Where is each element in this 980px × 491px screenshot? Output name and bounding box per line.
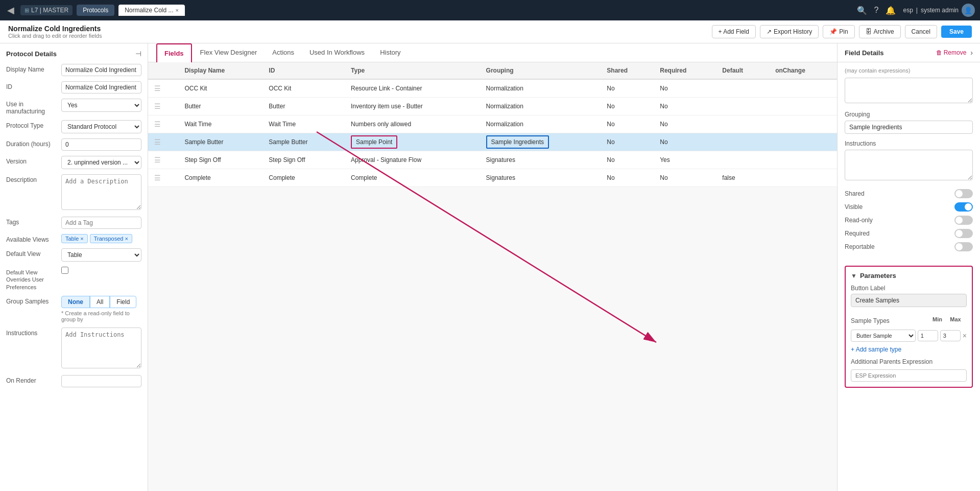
archive-button[interactable]: 🗄 Archive [859, 25, 901, 38]
archive-icon: 🗄 [866, 28, 872, 35]
grouping-label: Grouping [845, 111, 973, 118]
visible-label: Visible [845, 203, 863, 211]
table-row[interactable]: ☰ Step Sign Off Step Sign Off Approval -… [148, 151, 837, 169]
avatar[interactable]: 👤 [962, 4, 975, 17]
table-row[interactable]: ☰ Complete Complete Complete Signatures … [148, 169, 837, 187]
tab-fields[interactable]: Fields [156, 43, 192, 62]
remove-button[interactable]: 🗑 Remove [936, 49, 967, 56]
protocol-type-select[interactable]: Standard Protocol Other [61, 120, 141, 133]
shared-toggle-row: Shared [845, 189, 973, 198]
add-field-button[interactable]: + Add Field [712, 25, 756, 38]
on-render-input[interactable] [61, 375, 141, 387]
drag-handle[interactable]: ☰ [148, 79, 178, 98]
center-panel: Fields Flex View Designer Actions Used I… [148, 43, 837, 491]
cell-shared: No [601, 115, 654, 133]
instructions-label: Instructions [6, 328, 57, 337]
reportable-toggle[interactable] [954, 242, 973, 251]
group-samples-field[interactable]: Field [110, 296, 136, 308]
description-textarea[interactable] [61, 174, 141, 210]
page-title: Normalize Cold Ingredients [8, 25, 102, 33]
version-select[interactable]: 2. unpinned version ... 1. pinned versio… [61, 156, 141, 169]
top-bar-right: 🔍 ? 🔔 esp | system admin 👤 [857, 4, 975, 17]
duration-input[interactable] [61, 138, 141, 151]
cell-type: Inventory item use - Butter [345, 98, 480, 115]
add-sample-type-button[interactable]: + Add sample type [851, 346, 901, 353]
save-button[interactable]: Save [941, 26, 972, 38]
panel-title: Protocol Details [6, 50, 57, 58]
duration-value [61, 138, 141, 151]
remove-table-view[interactable]: × [80, 236, 83, 242]
help-icon[interactable]: ? [874, 6, 879, 15]
tab-used-in-workflows[interactable]: Used In Workflows [302, 43, 372, 62]
bell-icon[interactable]: 🔔 [886, 6, 896, 15]
th-type: Type [345, 62, 480, 79]
required-toggle[interactable] [954, 229, 973, 238]
table-row[interactable]: ☰ Butter Butter Inventory item use - But… [148, 98, 837, 115]
search-icon[interactable]: 🔍 [857, 6, 867, 15]
drag-handle[interactable]: ☰ [148, 169, 178, 187]
cell-default [716, 79, 769, 98]
default-view-overrides-check[interactable] [61, 267, 68, 274]
left-panel: Protocol Details ⊣ Display Name ID Use i… [0, 43, 148, 491]
default-view-value: Table Transposed [61, 248, 141, 262]
tags-input[interactable] [61, 217, 141, 229]
group-samples-label: Group Samples [6, 296, 57, 305]
group-samples-none[interactable]: None [61, 296, 90, 308]
sample-types-header: Sample Types Min Max [851, 312, 967, 326]
default-view-select[interactable]: Table Transposed [61, 248, 141, 262]
grouping-input[interactable] [845, 121, 973, 134]
drag-handle[interactable]: ☰ [148, 133, 178, 151]
collapse-button[interactable]: ⊣ [135, 50, 141, 58]
button-label-input[interactable] [851, 294, 967, 307]
group-samples-all[interactable]: All [90, 296, 110, 308]
drag-handle[interactable]: ☰ [148, 98, 178, 115]
export-history-button[interactable]: ↗ Export History [760, 25, 819, 38]
display-name-value [61, 64, 141, 76]
cell-type: Resource Link - Container [345, 79, 480, 98]
sample-type-min-input[interactable] [918, 330, 938, 341]
readonly-toggle[interactable] [954, 216, 973, 225]
tab-flex-view-designer[interactable]: Flex View Designer [193, 43, 265, 62]
use-in-mfg-value: Yes No [61, 99, 141, 112]
pin-icon: 📌 [829, 28, 837, 35]
drag-handle[interactable]: ☰ [148, 151, 178, 169]
shared-label: Shared [845, 190, 865, 197]
available-views-container: Table × Transposed × [61, 234, 141, 243]
sample-type-max-input[interactable] [940, 330, 961, 341]
expression-textarea[interactable] [845, 78, 973, 103]
cell-default [716, 133, 769, 151]
use-in-mfg-select[interactable]: Yes No [61, 99, 141, 112]
sample-type-select[interactable]: Butter Sample [851, 330, 916, 342]
instructions-textarea[interactable] [845, 150, 973, 180]
protocols-button[interactable]: Protocols [77, 5, 114, 16]
table-row-selected[interactable]: ☰ Sample Butter Sample Butter Sample Poi… [148, 133, 837, 151]
instructions-textarea[interactable] [61, 328, 141, 368]
sample-type-remove-button[interactable]: × [963, 332, 967, 340]
cell-default: false [716, 169, 769, 187]
tab-actions[interactable]: Actions [265, 43, 301, 62]
expand-button[interactable]: › [970, 49, 973, 57]
app-icon: ⊞ [25, 7, 29, 14]
pin-button[interactable]: 📌 Pin [823, 25, 854, 38]
app-tag: ⊞ L7 | MASTER [20, 5, 73, 15]
display-name-input[interactable] [61, 64, 141, 76]
tab-history[interactable]: History [373, 43, 408, 62]
cell-id: OCC Kit [262, 79, 345, 98]
drag-handle[interactable]: ☰ [148, 115, 178, 133]
tab-close-icon[interactable]: × [176, 7, 179, 13]
id-input[interactable] [61, 81, 141, 93]
visible-toggle[interactable] [954, 202, 973, 212]
cell-type: Complete [345, 169, 480, 187]
esp-expression-input[interactable] [851, 369, 967, 382]
back-button[interactable]: ◀ [5, 4, 16, 17]
table-row[interactable]: ☰ Wait Time Wait Time Numbers only allow… [148, 115, 837, 133]
cancel-button[interactable]: Cancel [905, 25, 937, 38]
th-shared: Shared [601, 62, 654, 79]
tags-value [61, 217, 141, 229]
shared-toggle[interactable] [954, 189, 973, 198]
table-row[interactable]: ☰ OCC Kit OCC Kit Resource Link - Contai… [148, 79, 837, 98]
remove-transposed-view[interactable]: × [125, 236, 128, 242]
group-samples-value: None All Field * Create a read-only fiel… [61, 296, 141, 322]
sample-type-row: Butter Sample × [851, 330, 967, 342]
cell-required: No [654, 79, 716, 98]
